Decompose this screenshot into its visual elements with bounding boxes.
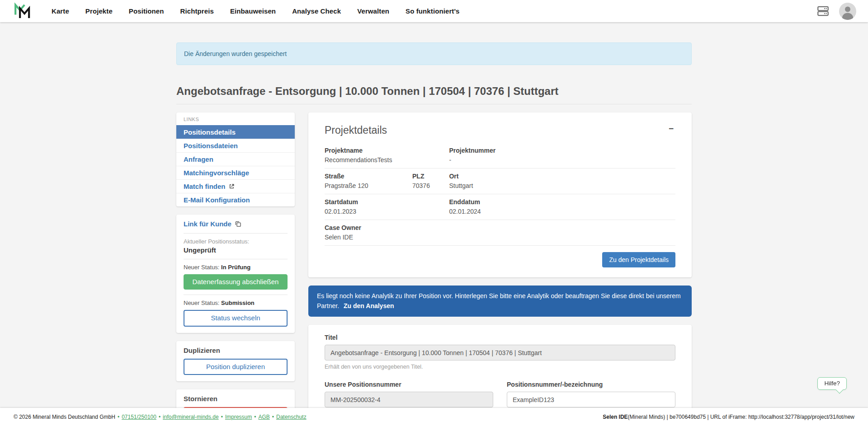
field-case-owner: Case Owner Selen IDE [325,224,675,241]
field-projektname: Projektname RecommendationsTests [325,147,449,164]
nav-item-einbauweisen[interactable]: Einbauweisen [230,7,276,15]
our-number-input [325,392,493,407]
nav-item-richtpreis[interactable]: Richtpreis [180,7,214,15]
new-status-value-1: In Prüfung [221,264,250,271]
our-number-field-group: Unsere Positionsnummer Erhält eine syste… [325,381,493,408]
links-card-header: LINKS [176,112,295,125]
nav-item-analyse-check[interactable]: Analyse Check [292,7,341,15]
sidebar-item-positionsdetails[interactable]: Positionsdetails [176,125,295,139]
cancel-card: Stornieren Stornieren▾ [176,389,295,408]
project-details-title: Projektdetails [325,124,387,136]
sidebar-item-positionsdateien[interactable]: Positionsdateien [176,139,295,152]
complete-data-entry-button[interactable]: Datenerfassung abschließen [184,274,288,290]
duplicate-card: Duplizieren Position duplizieren [176,341,295,381]
project-details-card: Projektdetails − Projektname Recommendat… [308,112,692,277]
saved-alert: Die Änderungen wurden gespeichert [176,42,692,65]
footer-left: © 2026 Mineral Minds Deutschland GmbH • … [14,414,307,420]
field-value: - [449,156,675,164]
avatar-icon [839,3,856,20]
footer-email-link[interactable]: info@mineral-minds.de [163,414,219,420]
title-help-text: Erhält den von uns vorgegebenen Titel. [325,364,675,370]
analytics-banner: Es liegt noch keine Analytik zu Ihrer Po… [308,286,692,317]
footer-separator: • [221,414,223,420]
sidebar-item-label: Anfragen [184,155,213,163]
top-navigation-bar: Karte Projekte Positionen Richtpreis Ein… [0,0,868,22]
sidebar-item-match-finden[interactable]: Match finden [176,179,295,193]
field-label: Projektname [325,147,449,154]
footer-phone-link[interactable]: 07151/250100 [122,414,156,420]
new-status-prefix: Neuer Status: [184,264,221,271]
main-content: Die Änderungen wurden gespeichert Angebo… [0,22,868,408]
sidebar-item-matchingvorschlaege[interactable]: Matchingvorschläge [176,166,295,179]
field-projektnummer: Projektnummer - [449,147,675,164]
environment-switcher-button[interactable] [817,5,829,17]
field-value: Pragstraße 120 [325,182,412,189]
mineral-minds-logo [14,2,32,20]
copy-icon [235,220,241,227]
field-startdatum: Startdatum 02.01.2023 [325,198,449,215]
new-status-section-1: Neuer Status: In Prüfung Datenerfassung … [184,259,288,290]
field-label: Projektnummer [449,147,675,154]
logo-monogram-icon [14,2,32,20]
cancel-card-title: Stornieren [184,395,288,403]
footer-separator: • [159,414,160,420]
footer-copyright: © 2026 Mineral Minds Deutschland GmbH [14,414,115,420]
nav-item-so-funktionierts[interactable]: So funktioniert's [406,7,459,15]
sidebar-item-email-konfiguration[interactable]: E-Mail Konfiguration [176,193,295,206]
sidebar-item-label: E-Mail Konfiguration [184,196,250,204]
field-label: PLZ [412,173,449,180]
session-details: (Mineral Minds) | be700649bd75 | URL of … [628,414,854,420]
project-row-dates: Startdatum 02.01.2023 Enddatum 02.01.202… [325,194,675,220]
field-value: 02.01.2023 [325,208,449,215]
sidebar-item-label: Positionsdateien [184,142,238,150]
current-status-value: Ungeprüft [184,246,288,254]
collapse-minus-icon[interactable]: − [667,124,675,133]
switch-status-button[interactable]: Status wechseln [184,310,288,326]
content-column: Projektdetails − Projektname Recommendat… [308,112,692,408]
help-button[interactable]: Hilfe? [817,377,847,390]
page-title: Angebotsanfrage - Entsorgung | 10.000 To… [176,85,692,104]
current-status-label: Aktueller Positionsstatus: [184,238,288,245]
sidebar-item-label: Positionsdetails [184,128,236,136]
project-row-owner: Case Owner Selen IDE [325,220,675,246]
field-ort: Ort Stuttgart [449,173,675,189]
links-card: LINKS Positionsdetails Positionsdateien … [176,112,295,206]
footer-separator: • [272,414,274,420]
current-status-section: Aktueller Positionsstatus: Ungeprüft [184,233,288,254]
title-input [325,345,675,360]
new-status-value-2: Submission [221,300,255,306]
position-number-label: Positionsnummer/-bezeichnung [507,381,675,388]
new-status-line-2: Neuer Status: Submission [184,300,288,306]
nav-item-projekte[interactable]: Projekte [85,7,113,15]
status-card: Link für Kunde Aktueller Positionsstatus… [176,215,295,333]
customer-link[interactable]: Link für Kunde [184,220,241,228]
field-label: Ort [449,173,675,180]
external-link-icon [229,183,235,189]
position-number-input[interactable] [507,392,675,407]
go-to-analyses-link[interactable]: Zu den Analysen [344,302,394,309]
title-field-label: Titel [325,334,675,341]
nav-item-verwalten[interactable]: Verwalten [357,7,389,15]
topbar-actions [817,3,856,20]
footer-agb-link[interactable]: AGB [258,414,269,420]
field-value: 70376 [412,182,449,189]
new-status-prefix: Neuer Status: [184,300,221,306]
footer-impressum-link[interactable]: Impressum [225,414,252,420]
field-value: Stuttgart [449,182,675,189]
sidebar-item-anfragen[interactable]: Anfragen [176,152,295,166]
duplicate-position-button[interactable]: Position duplizieren [184,359,288,375]
nav-item-karte[interactable]: Karte [52,7,69,15]
nav-item-positionen[interactable]: Positionen [129,7,164,15]
go-to-project-details-button[interactable]: Zu den Projektdetails [602,252,675,267]
field-label: Startdatum [325,198,449,206]
project-row-name-number: Projektname RecommendationsTests Projekt… [325,143,675,169]
field-value: 02.01.2024 [449,208,675,215]
footer-datenschutz-link[interactable]: Datenschutz [276,414,307,420]
field-strasse: Straße Pragstraße 120 [325,173,412,189]
position-form-card: Titel Erhält den von uns vorgegebenen Ti… [308,325,692,408]
new-status-section-2: Neuer Status: Submission Status wechseln [184,295,288,326]
project-row-address: Straße Pragstraße 120 PLZ 70376 Ort Stut… [325,169,675,194]
footer: © 2026 Mineral Minds Deutschland GmbH • … [0,408,868,426]
position-number-field-group: Positionsnummer/-bezeichnung Z.B. Intern… [507,381,675,408]
user-menu-button[interactable] [839,3,856,20]
